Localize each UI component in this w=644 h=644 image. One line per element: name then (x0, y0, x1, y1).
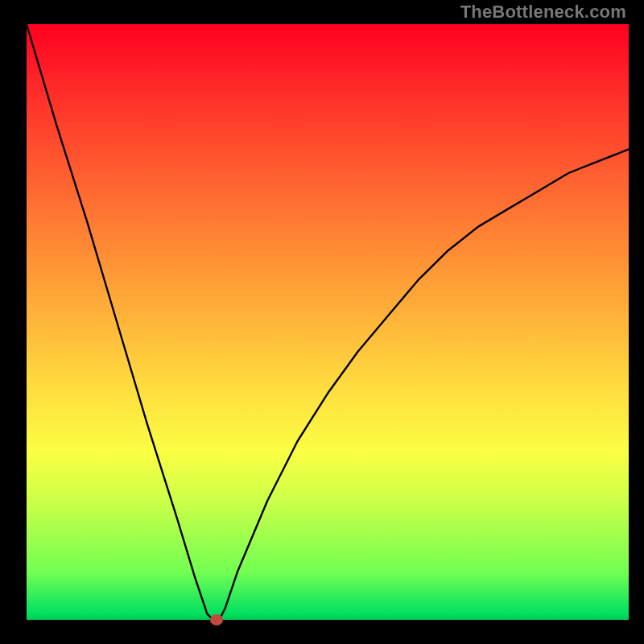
minimum-marker (210, 614, 223, 625)
curve-svg (27, 24, 629, 620)
chart-frame: TheBottleneck.com (0, 0, 644, 644)
bottleneck-curve (27, 24, 629, 620)
plot-area (27, 24, 629, 620)
attribution-text: TheBottleneck.com (460, 2, 626, 23)
